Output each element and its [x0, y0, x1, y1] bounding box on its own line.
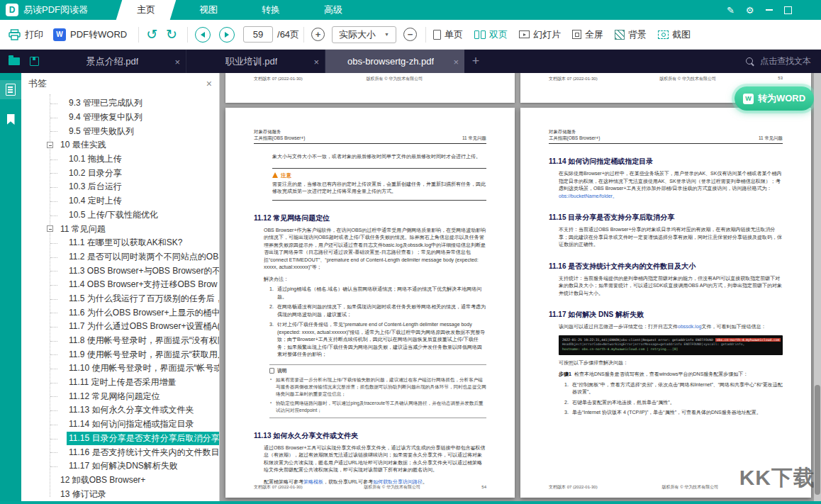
bookmark-item[interactable]: 11.6 为什么OBS Browser+上显示的桶中 [21, 306, 219, 320]
tab-close-icon[interactable]: × [453, 56, 459, 67]
tab-close-icon[interactable]: × [313, 56, 319, 67]
new-tab-button[interactable]: + [464, 50, 487, 73]
bookmark-item[interactable]: 11.11 定时上传是否采用增量 [21, 376, 219, 390]
bookmark-item[interactable]: 9.4 管理恢复中队列 [21, 111, 219, 125]
open-file-icon[interactable] [9, 57, 20, 65]
menu-item[interactable]: 主页 [115, 0, 177, 20]
share-url-link[interactable]: 如何获取分享访问路径 [373, 479, 423, 484]
document-panel-icon [6, 84, 16, 96]
close-button[interactable] [798, 0, 817, 20]
bookmark-item[interactable]: 11.3 OBS Browser+与OBS Browser的不 [21, 264, 219, 278]
list-item: 在“控制面板”中，查看方式选择“类别”，依次点击“网络和Internet”、“网… [564, 381, 783, 396]
bookmark-item[interactable]: 10.5 上传/下载性能优化 [21, 208, 219, 223]
divider [138, 27, 139, 43]
bookmark-item[interactable]: 11.10 使用帐号登录时，界面提示“帐号或 [21, 362, 219, 376]
settings-gear-icon[interactable]: ⚙ [740, 0, 759, 20]
document-tab[interactable]: obs-browsertg-zh.pdf × [325, 50, 464, 73]
note-icon [269, 368, 274, 374]
bookmark-item[interactable]: 12 卸载OBS Browser+ [21, 474, 219, 488]
word-icon: W [743, 94, 754, 104]
titlebar: D 易读PDF阅读器 主页视图转换高级 ✎ ⚙ [0, 0, 821, 20]
rotate-left-icon[interactable]: ↺ [146, 28, 157, 41]
warning-icon [272, 172, 278, 178]
bookmark-item[interactable]: 11.9 使用帐号登录时，界面提示“获取用户 [21, 347, 219, 362]
maximize-button[interactable] [778, 0, 798, 20]
rotate-right-icon[interactable]: ↻ [166, 28, 177, 41]
main-menu: 主页视图转换高级 [115, 0, 364, 20]
log-file-link[interactable]: obssdk.log [678, 324, 701, 329]
bookmark-item[interactable]: 10.2 目录分享 [21, 166, 219, 180]
bookmark-item[interactable]: 10.3 后台运行 [21, 180, 219, 194]
document-tabbar: 景点介绍.pdf × 职业培训.pdf × obs-browsertg-zh.p… [0, 50, 821, 73]
expander-icon[interactable] [47, 225, 53, 232]
bookmark-item[interactable]: 11.13 如何永久分享文件或文件夹 [21, 403, 219, 418]
bookmark-item[interactable]: 10.4 定时上传 [21, 194, 219, 208]
double-page-button[interactable]: 双页 [474, 28, 508, 41]
pdf-to-word-button[interactable]: W PDF转WORD [53, 28, 127, 41]
fullscreen-button[interactable]: 全屏 [572, 28, 603, 41]
pdf-page-right: 对象存储服务 工具指南(OBS Browser+) 11 常见问题 11.14 … [520, 108, 811, 498]
bookmark-item[interactable]: 11.14 如何访问指定桶或指定目录 [21, 418, 219, 432]
word-icon: W [53, 28, 66, 41]
bookmark-item[interactable]: 11.4 OBS Browser+支持迁移OBS Brow [21, 278, 219, 292]
scrollbar-thumb[interactable] [815, 385, 820, 495]
expander-icon[interactable] [47, 142, 53, 148]
bookmark-item[interactable]: 9.5 管理失败队列 [21, 124, 219, 138]
zoom-mode-dropdown[interactable]: 实际大小 ▼ [332, 26, 396, 43]
save-icon[interactable] [30, 57, 39, 66]
print-button[interactable]: 打印 [9, 28, 43, 41]
policy-template-link[interactable]: 策略模板 [303, 479, 323, 484]
bookmark-item[interactable]: 10 最佳实践 [21, 138, 219, 152]
zoom-out-button[interactable]: − [403, 28, 417, 41]
bookmark-item[interactable]: 11.15 目录分享是否支持分享后取消分享 [21, 432, 219, 446]
bookmark-item[interactable]: 11.17 如何解决DNS解析失败 [21, 459, 219, 474]
bookmark-item[interactable]: 13 修订记录 [21, 487, 219, 501]
next-page-button[interactable] [219, 27, 235, 43]
convert-to-word-button[interactable]: W 转为WORD [735, 86, 814, 111]
pdf-view-area[interactable]: 文档版本 07 (2022-01-30) 版权所有 © 华为技术有限公司 文档版… [220, 73, 821, 501]
bookmark-item[interactable]: 11.5 为什么我运行了百万级别的任务后， [21, 292, 219, 306]
obs-path-link[interactable]: obs://bucketName/folder。 [559, 194, 618, 198]
single-page-button[interactable]: 单页 [433, 28, 463, 41]
prev-page-button[interactable] [195, 27, 211, 43]
bookmarks-close-icon[interactable]: × [206, 78, 212, 89]
screenshot-button[interactable]: 截图 [658, 28, 691, 41]
section-heading: 11.12 常见网络问题定位 [254, 213, 486, 223]
document-tab[interactable]: 景点介绍.pdf × [48, 50, 186, 73]
vertical-scrollbar[interactable] [814, 73, 821, 501]
zoom-in-button[interactable]: + [311, 28, 325, 41]
document-tab[interactable]: 职业培训.pdf × [186, 50, 325, 73]
bookmark-item[interactable]: 11.12 常见网络问题定位 [21, 389, 219, 403]
bookmark-item[interactable]: 11.1 在哪里可以获取AK和SK? [21, 236, 219, 250]
section-heading: 11.15 目录分享是否支持分享后取消分享 [549, 213, 783, 222]
app-title: 易读PDF阅读器 [23, 4, 88, 16]
bookmark-item[interactable]: 11.2 是否可以同时装两个不同站点的OBS [21, 250, 219, 264]
thumbnails-panel-button[interactable] [0, 80, 21, 99]
find-text-button[interactable]: 点击查找文本 [745, 50, 821, 73]
paragraph: 不支持：当前通过OBS Browser+分享的对象或目录均有对应的有效期，在有效… [559, 226, 783, 249]
minimize-button[interactable] [759, 0, 778, 20]
prev-arrow-icon [201, 32, 205, 38]
next-arrow-icon [225, 32, 229, 38]
menu-item[interactable]: 视图 [177, 0, 240, 20]
tab-close-icon[interactable]: × [174, 56, 180, 67]
bookmark-item[interactable]: 11.16 是否支持统计文件夹内的文件数目及 [21, 445, 219, 459]
menu-item[interactable]: 转换 [240, 0, 302, 20]
app-window: D 易读PDF阅读器 主页视图转换高级 ✎ ⚙ 打印 W PDF转WORD ↺ … [0, 0, 821, 504]
bookmarks-panel-button[interactable] [0, 111, 21, 128]
document-tabs: 景点介绍.pdf × 职业培训.pdf × obs-browsertg-zh.p… [48, 50, 487, 73]
bookmark-item[interactable]: 11.7 为什么通过OBS Browser+设置桶A( [21, 320, 219, 334]
page-number-input[interactable] [243, 26, 273, 43]
doc-chapter: 11 常见问题 [462, 135, 486, 142]
doc-product: 对象存储服务 [254, 129, 305, 135]
bookmark-item[interactable]: 9.3 管理已完成队列 [21, 96, 219, 111]
bookmark-item[interactable]: 11.8 使用帐号登录时，界面提示“没有权限 [21, 334, 219, 348]
bookmark-item[interactable]: 10.1 拖拽上传 [21, 152, 219, 167]
chevron-down-icon: ▼ [384, 32, 389, 37]
menu-item[interactable]: 高级 [302, 0, 364, 20]
background-button[interactable]: 背景 [615, 28, 647, 41]
slideshow-button[interactable]: 幻灯片 [519, 28, 561, 41]
bookmark-item[interactable]: 11 常见问题 [21, 222, 219, 236]
doc-product: 对象存储服务 [549, 129, 600, 135]
edit-icon[interactable]: ✎ [721, 0, 740, 20]
